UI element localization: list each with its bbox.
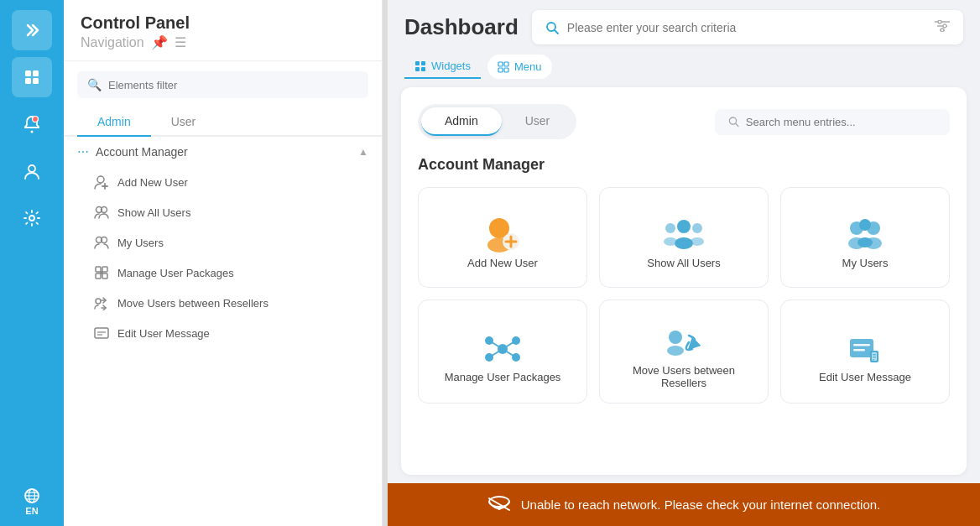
settings-icon[interactable]	[12, 198, 52, 238]
pin-icon[interactable]: 📌	[151, 34, 168, 50]
svg-rect-75	[850, 339, 873, 357]
apps-icon[interactable]	[12, 57, 52, 97]
nav-manage-packages[interactable]: Manage User Packages	[64, 258, 382, 288]
dashboard-tab-admin[interactable]: Admin	[421, 107, 502, 136]
dashboard-search-input[interactable]	[746, 116, 936, 128]
dashboard-search-bar	[715, 109, 950, 135]
add-user-icon	[94, 174, 109, 190]
card-move-resellers-label: Move Users between Resellers	[613, 364, 754, 389]
nav-my-users[interactable]: My Users	[64, 227, 382, 258]
user-circle-icon[interactable]	[12, 151, 52, 191]
card-move-resellers[interactable]: Move Users between Resellers	[599, 299, 769, 404]
edit-message-card-icon	[843, 327, 887, 371]
svg-point-57	[691, 237, 704, 246]
tab-admin[interactable]: Admin	[77, 108, 151, 137]
svg-point-63	[858, 237, 873, 247]
my-users-card-icon	[843, 213, 887, 257]
elements-filter-bar: 🔍	[77, 71, 368, 98]
card-show-all-users[interactable]: Show All Users	[599, 187, 769, 288]
dashboard-area: Admin User Account Manager	[401, 87, 967, 475]
elements-filter-input[interactable]	[108, 79, 358, 91]
svg-rect-40	[421, 67, 425, 71]
edit-message-label: Edit User Message	[117, 327, 210, 340]
dashboard-section-title: Account Manager	[418, 156, 950, 174]
svg-rect-39	[415, 67, 420, 71]
svg-rect-23	[102, 273, 107, 279]
svg-point-73	[669, 331, 682, 344]
language-selector[interactable]: EN	[23, 487, 40, 516]
card-add-new-user-label: Add New User	[467, 257, 538, 269]
svg-rect-1	[33, 70, 39, 76]
top-search-input[interactable]	[567, 21, 926, 34]
svg-point-6	[29, 165, 35, 172]
icon-bar: EN	[0, 0, 64, 526]
nav-section: ⋯ Account Manager ▲ Add New User Show Al…	[64, 137, 382, 526]
widgets-tab[interactable]: Widgets	[404, 55, 481, 79]
card-manage-packages[interactable]: Manage User Packages	[418, 299, 587, 404]
menu-icon[interactable]: ☰	[175, 34, 186, 50]
svg-point-52	[677, 220, 691, 233]
view-tabs: Widgets Menu	[388, 55, 980, 79]
account-manager-label: Account Manager	[96, 145, 188, 159]
edit-message-icon	[94, 325, 109, 341]
svg-rect-2	[25, 78, 31, 84]
nav-show-all-users[interactable]: Show All Users	[64, 197, 382, 227]
card-show-all-users-label: Show All Users	[647, 257, 720, 269]
nav-add-new-user[interactable]: Add New User	[64, 167, 382, 197]
notification-message: Unable to reach network. Please check yo…	[521, 497, 881, 512]
svg-rect-42	[504, 62, 508, 66]
svg-point-7	[29, 216, 34, 221]
svg-rect-76	[853, 344, 870, 346]
dashboard-tabs-row: Admin User	[418, 104, 950, 139]
nav-subtitle: Navigation 📌 ☰	[81, 34, 365, 50]
menu-tab[interactable]: Menu	[487, 55, 552, 79]
card-edit-message[interactable]: Edit User Message	[780, 299, 950, 404]
svg-line-46	[736, 123, 738, 126]
nav-edit-message[interactable]: Edit User Message	[64, 318, 382, 348]
svg-rect-77	[853, 349, 865, 352]
svg-rect-43	[498, 68, 503, 72]
card-manage-packages-label: Manage User Packages	[445, 371, 561, 383]
packages-icon	[94, 265, 109, 280]
svg-point-4	[31, 131, 34, 133]
nav-move-users[interactable]: Move Users between Resellers	[64, 288, 382, 318]
svg-point-62	[859, 219, 871, 231]
filter-button[interactable]	[935, 18, 950, 36]
svg-rect-20	[96, 267, 101, 272]
svg-rect-37	[415, 61, 420, 65]
move-resellers-card-icon	[662, 320, 706, 364]
svg-rect-0	[25, 70, 31, 76]
tab-user[interactable]: User	[151, 108, 216, 137]
dashboard-tab-user[interactable]: User	[502, 107, 574, 136]
svg-rect-38	[421, 61, 425, 65]
svg-line-30	[555, 30, 558, 34]
show-all-users-label: Show All Users	[117, 206, 190, 219]
svg-point-74	[667, 346, 684, 356]
svg-rect-44	[504, 68, 508, 72]
nav-title: Control Panel	[81, 13, 365, 33]
svg-point-85	[498, 507, 501, 510]
collapse-icon[interactable]	[12, 10, 52, 50]
widgets-icon	[414, 60, 426, 72]
main-content: Dashboard	[388, 0, 980, 526]
search-icon: 🔍	[87, 78, 102, 91]
manage-packages-card-icon	[481, 327, 524, 371]
top-bar: Dashboard	[388, 0, 980, 55]
svg-point-54	[665, 223, 675, 233]
card-my-users[interactable]: My Users	[780, 187, 950, 288]
network-error-icon	[487, 493, 511, 516]
notification-icon[interactable]	[12, 104, 52, 144]
svg-point-36	[941, 29, 944, 32]
my-users-icon	[94, 235, 109, 250]
move-users-icon	[94, 295, 109, 310]
account-manager-header[interactable]: ⋯ Account Manager ▲	[64, 137, 382, 167]
card-add-new-user[interactable]: Add New User	[418, 187, 587, 288]
svg-rect-22	[96, 273, 101, 279]
dashboard-tab-wrapper: Admin User	[418, 104, 576, 139]
menu-icon	[498, 61, 509, 73]
page-title: Dashboard	[404, 14, 519, 40]
cards-grid: Add New User Show All Users	[418, 187, 950, 404]
add-new-user-label: Add New User	[117, 176, 188, 189]
language-label: EN	[25, 506, 38, 516]
svg-rect-21	[102, 267, 107, 272]
